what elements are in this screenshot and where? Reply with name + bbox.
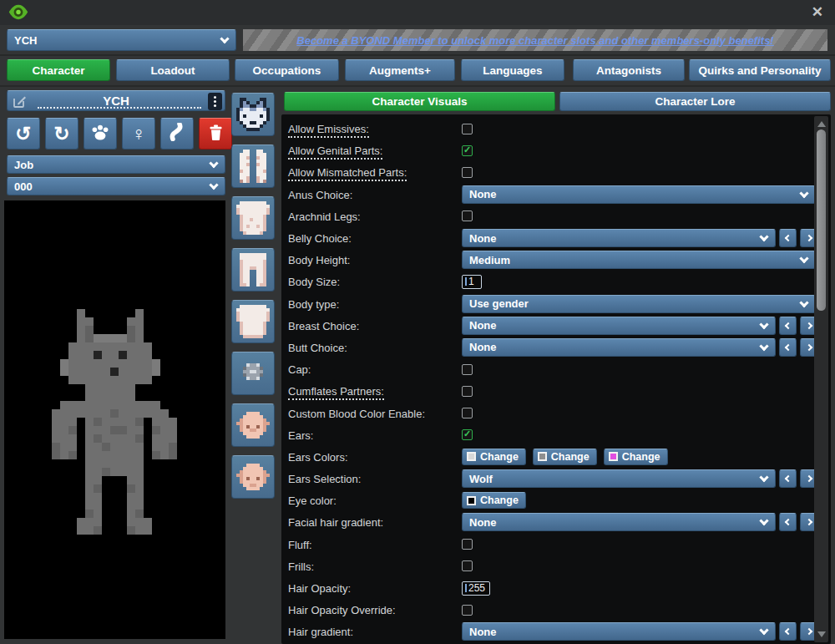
character-slot-select[interactable]: YCH [7,29,236,51]
paw-button[interactable] [84,118,117,150]
input-body-size[interactable]: 1 [462,275,482,289]
checkbox-ears[interactable] [462,429,473,440]
byond-member-link[interactable]: Become a BYOND Member to unlock more cha… [296,34,773,47]
tab-label: Languages [483,64,542,77]
control-eye-color: Change [462,492,526,509]
form-row-body-height: Body Height:Medium [281,249,811,271]
sprite-tile-head-front-sprite[interactable] [231,403,275,447]
sprite-tile-torso-back-sprite[interactable] [231,300,275,343]
sprite-tile-lower-body-sprite[interactable] [231,248,275,292]
tail-button[interactable] [160,118,194,150]
redo-button[interactable]: ↻ [45,118,78,150]
select-belly-choice[interactable]: None [462,229,776,247]
checkbox-frills[interactable] [462,560,473,571]
label-eye-color: Eye color: [288,494,337,507]
change-color-button-ears-colors-1[interactable]: Change [533,449,597,465]
undo-button[interactable]: ↺ [7,118,40,150]
chevron-left-icon [784,519,791,525]
label-breast-choice: Breast Choice: [288,320,359,332]
select-breast-choice[interactable]: None [462,317,776,335]
tab-character-lore[interactable]: Character Lore [559,92,831,111]
scroll-down-icon[interactable] [817,631,826,637]
scrollbar[interactable] [814,116,828,642]
chevron-left-icon [784,344,791,351]
label-body-type: Body type: [288,298,339,311]
control-hair-gradient: None [462,622,817,641]
label-ears: Ears: [288,429,313,442]
label-ears-colors: Ears Colors: [288,451,348,464]
female-button[interactable]: ♀ [122,118,155,150]
form-label-wrap: Butt Choice: [288,340,462,355]
tab-character-visuals[interactable]: Character Visuals [284,92,555,111]
control-anus-choice: None [462,185,816,204]
prev-button-ears-selection[interactable] [779,469,797,488]
change-color-button-eye-color-0[interactable]: Change [462,492,526,509]
sprite-tile-boots-sprite[interactable] [231,145,275,188]
form-label-wrap: Allow Emissives: [288,121,462,136]
scroll-up-icon[interactable] [817,121,826,127]
checkbox-allow-emissives[interactable] [462,124,473,134]
select-facial-hair-gradient[interactable]: None [462,513,776,531]
divider [0,85,835,87]
form-label-wrap: Cumflates Partners: [288,383,462,398]
head-front-sprite [236,408,270,442]
sprite-tile-head-back-sprite[interactable] [231,455,275,499]
prev-button-facial-hair-gradient[interactable] [779,513,797,531]
sprite-tile-back-item-sprite[interactable] [231,352,275,395]
chevron-down-icon [209,180,218,190]
sprite-tile-head-gear-sprite[interactable] [231,93,275,136]
checkbox-hair-opacity-override[interactable] [462,605,473,616]
close-icon[interactable]: ✕ [812,3,823,21]
prev-button-hair-gradient[interactable] [779,622,797,641]
tab-loadout[interactable]: Loadout [116,59,230,81]
prev-button-belly-choice[interactable] [779,229,797,247]
select-anus-choice[interactable]: None [462,185,816,204]
checkbox-cap[interactable] [462,364,473,375]
checkbox-custom-blood-color-enable[interactable] [462,408,473,418]
tab-languages[interactable]: Languages [461,59,564,81]
kebab-menu-button[interactable] [208,93,222,110]
delete-button[interactable] [199,118,232,150]
slot-number-select[interactable]: 000 [7,177,225,195]
chevron-right-icon [805,475,812,482]
prev-button-breast-choice[interactable] [779,317,797,335]
label-hair-opacity-override: Hair Opacity Override: [288,604,396,616]
label-arachnid-legs: Arachnid Legs: [288,210,361,223]
tab-augments[interactable]: Augments+ [345,59,455,81]
select-value-breast-choice: None [469,319,497,332]
select-hair-gradient[interactable]: None [462,622,776,641]
torso-back-sprite [236,305,270,338]
checkbox-arachnid-legs[interactable] [462,210,473,221]
scrollbar-thumb[interactable] [817,129,826,311]
checkbox-fluff[interactable] [462,539,473,550]
form-label-wrap: Cap: [288,362,462,377]
color-swatch [538,452,547,461]
form-row-ears: Ears: [281,424,811,446]
checkbox-allow-mismatched-parts[interactable] [462,167,473,178]
tab-quirks-and-personality[interactable]: Quirks and Personality [689,59,831,81]
change-button-label: Change [551,451,590,463]
change-color-button-ears-colors-2[interactable]: Change [604,449,668,465]
checkbox-cumflates-partners[interactable] [462,386,473,397]
control-hair-opacity-override [462,605,473,616]
select-body-height[interactable]: Medium [462,251,816,269]
checkbox-allow-genital-parts[interactable] [462,145,473,156]
label-body-size: Body Size: [288,276,340,288]
select-butt-choice[interactable]: None [462,338,776,357]
character-name-title: YCH [8,94,225,108]
chevron-right-icon [805,344,812,351]
select-body-type[interactable]: Use gender [462,295,816,313]
tab-antagonists[interactable]: Antagonists [573,59,685,81]
change-color-button-ears-colors-0[interactable]: Change [462,449,526,465]
job-select[interactable]: Job [7,155,225,174]
input-hair-opacity[interactable]: 255 [462,581,490,596]
prev-button-butt-choice[interactable] [779,338,797,357]
change-button-label: Change [480,451,519,463]
tab-occupations[interactable]: Occupations [235,59,339,81]
sprite-tile-torso-front-sprite[interactable] [231,196,275,240]
form-row-belly-choice: Belly Choice:None [281,227,811,249]
select-ears-selection[interactable]: Wolf [462,469,776,488]
select-value-facial-hair-gradient: None [469,516,497,529]
character-preview-sprite [52,309,177,535]
tab-character[interactable]: Character [7,59,110,81]
